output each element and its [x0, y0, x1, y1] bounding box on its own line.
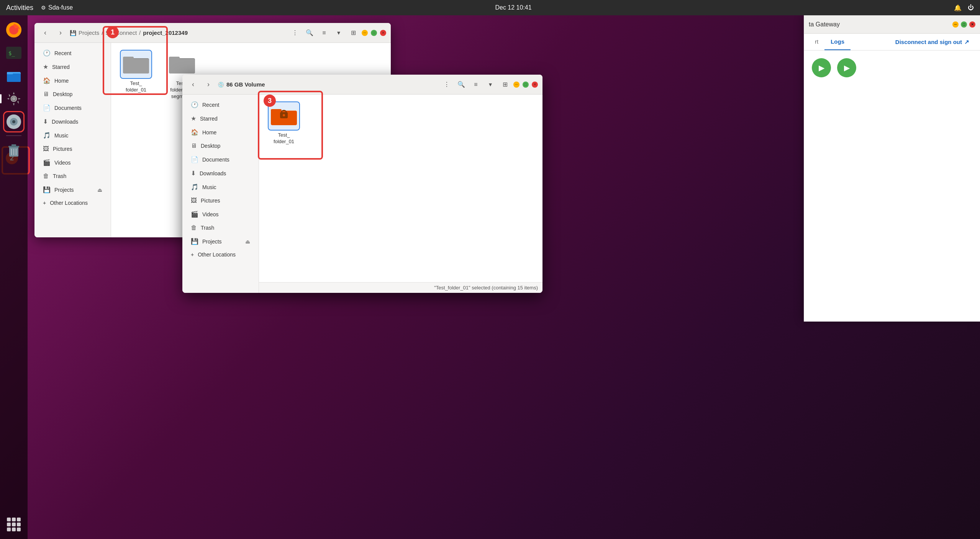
fm1-sidebar-starred[interactable]: ★ Starred [37, 60, 108, 74]
svg-rect-14 [11, 144, 16, 146]
fm1-sidebar-pictures[interactable]: 🖼 Pictures [37, 142, 108, 155]
fm2-sidebar-projects[interactable]: 💾 Projects ⏏ [185, 235, 256, 248]
recent-icon: 🕐 [43, 49, 51, 57]
power-icon[interactable]: ⏻ [968, 4, 974, 11]
fm1-sidebar-videos[interactable]: 🎬 Videos [37, 156, 108, 169]
fm1-sidebar-desktop-label: Desktop [53, 91, 72, 97]
fm2-close-button[interactable]: ✕ [532, 82, 538, 88]
fm1-sidebar-downloads[interactable]: ⬇ Downloads [37, 115, 108, 128]
projects-disk-icon: 💾 [43, 186, 51, 193]
gateway-titlebar: ta Gateway ─ □ ✕ [804, 15, 980, 34]
fm1-back-button[interactable]: ‹ [39, 27, 51, 39]
gateway-tab-rt[interactable]: rt [809, 34, 824, 50]
videos-icon: 🎬 [43, 159, 51, 166]
fm2-sidebar-documents[interactable]: 📄 Documents [185, 153, 256, 166]
fm2-sidebar: 🕐 Recent ★ Starred 🏠 Home 🖥 Desktop 📄 Do… [182, 95, 259, 293]
gateway-tab-logs[interactable]: Logs [824, 34, 851, 50]
dock-terminal[interactable]: $_ [3, 42, 25, 64]
fm2-sidebar-recent-label: Recent [202, 102, 219, 108]
gateway-disconnect-button[interactable]: Disconnect and sign out ↗ [889, 34, 975, 50]
gateway-close-button[interactable]: ✕ [969, 21, 975, 28]
fm1-path: 💾 Projects / SD-Connect / project_201234… [70, 29, 286, 36]
fm2-menu-button[interactable]: ⋮ [441, 78, 453, 91]
fm2-minimize-button[interactable]: ─ [513, 82, 519, 88]
fm2-star-icon: ★ [191, 115, 196, 122]
fm2-wm-buttons: ─ □ ✕ [513, 82, 538, 88]
fm1-list-view-button[interactable]: ≡ [318, 27, 330, 39]
fm2-body: 🕐 Recent ★ Starred 🏠 Home 🖥 Desktop 📄 Do… [182, 95, 542, 293]
gateway-minimize-button[interactable]: ─ [952, 21, 959, 28]
fm1-toolbar-right: ⋮ 🔍 ≡ ▾ ⊞ ─ □ ✕ [289, 27, 386, 39]
fm2-sidebar-desktop[interactable]: 🖥 Desktop [185, 139, 256, 152]
fm1-sidebar-documents[interactable]: 📄 Documents [37, 101, 108, 114]
fm2-view-toggle-button[interactable]: ▾ [484, 78, 497, 91]
fm2-search-button[interactable]: 🔍 [455, 78, 467, 91]
star-icon: ★ [43, 63, 48, 70]
dock-firefox[interactable] [3, 19, 25, 41]
fm1-sidebar-starred-label: Starred [52, 64, 70, 70]
fm1-sidebar-home[interactable]: 🏠 Home [37, 74, 108, 87]
fm2-sidebar-music[interactable]: 🎵 Music [185, 180, 256, 194]
fm1-sidebar-home-label: Home [54, 78, 69, 84]
fm1-sidebar-music[interactable]: 🎵 Music [37, 129, 108, 142]
fm2-videos-icon: 🎬 [191, 211, 198, 218]
fm1-sidebar-other-locations[interactable]: + Other Locations [37, 197, 108, 209]
fm1-folder-test01[interactable]: Test_folder_01 [119, 51, 153, 93]
fm1-grid-view-button[interactable]: ⊞ [347, 27, 359, 39]
fm1-sidebar-projects-label: Projects [54, 187, 74, 193]
fm1-path-icon: 💾 [70, 30, 76, 36]
fm1-view-toggle-button[interactable]: ▾ [333, 27, 345, 39]
fm1-sidebar-trash[interactable]: 🗑 Trash [37, 170, 108, 183]
fm1-titlebar: ‹ › 💾 Projects / SD-Connect / project_20… [34, 23, 391, 43]
fm2-forward-button[interactable]: › [202, 78, 215, 91]
fm2-sidebar-starred[interactable]: ★ Starred [185, 112, 256, 125]
fm2-projects-disk-icon: 💾 [191, 238, 198, 245]
fm2-sidebar-videos[interactable]: 🎬 Videos [185, 207, 256, 221]
fm2-sidebar-trash[interactable]: 🗑 Trash [185, 221, 256, 234]
fm2-back-button[interactable]: ‹ [187, 78, 199, 91]
fm2-sidebar-recent[interactable]: 🕐 Recent [185, 98, 256, 111]
fm1-menu-button[interactable]: ⋮ [289, 27, 301, 39]
desktop-icon: 🖥 [43, 91, 49, 98]
fm2-list-view-button[interactable]: ≡ [470, 78, 482, 91]
fm1-maximize-button[interactable]: □ [371, 30, 377, 36]
dock-files[interactable] [3, 65, 25, 87]
fm2-sidebar-pictures[interactable]: 🖼 Pictures [185, 194, 256, 207]
fm1-forward-button[interactable]: › [54, 27, 67, 39]
fm2-desktop-icon: 🖥 [191, 142, 197, 149]
fm2-folder-test01[interactable]: Test_folder_01 [267, 102, 301, 145]
fm2-sidebar-videos-label: Videos [202, 211, 219, 217]
dock-show-apps[interactable] [3, 514, 25, 535]
volume-icon[interactable]: 🔔 [954, 4, 962, 11]
gateway-panel: ta Gateway ─ □ ✕ rt Logs Disconnect and … [804, 15, 980, 322]
dock-disk[interactable] [3, 111, 25, 132]
fm2-maximize-button[interactable]: □ [523, 82, 529, 88]
fm2-sidebar-other-locations[interactable]: + Other Locations [185, 248, 256, 261]
fm2-sidebar-home[interactable]: 🏠 Home [185, 126, 256, 139]
dock-settings[interactable] [3, 88, 25, 109]
fm1-minimize-button[interactable]: ─ [362, 30, 368, 36]
fm2-grid-view-button[interactable]: ⊞ [499, 78, 511, 91]
fm1-sidebar-documents-label: Documents [54, 105, 82, 111]
fm1-sidebar-pictures-label: Pictures [53, 146, 72, 152]
pictures-icon: 🖼 [43, 145, 49, 152]
fm2-sidebar-downloads[interactable]: ⬇ Downloads [185, 167, 256, 180]
svg-rect-6 [7, 72, 13, 74]
gateway-maximize-button[interactable]: □ [961, 21, 967, 28]
fm1-sidebar-desktop[interactable]: 🖥 Desktop [37, 88, 108, 101]
dock-trash[interactable] [3, 139, 25, 160]
fm1-sidebar-recent[interactable]: 🕐 Recent [37, 46, 108, 60]
fm1-search-button[interactable]: 🔍 [303, 27, 316, 39]
fm2-eject-icon[interactable]: ⏏ [245, 238, 250, 245]
gateway-title: ta Gateway [809, 21, 949, 28]
eject-icon[interactable]: ⏏ [97, 187, 102, 193]
svg-point-8 [12, 97, 16, 101]
file-manager-2: ‹ › 💿 86 GB Volume ⋮ 🔍 ≡ ▾ ⊞ ─ □ ✕ 🕐 Rec… [182, 75, 542, 293]
fm1-path-projects[interactable]: Projects [79, 29, 99, 36]
fm1-close-button[interactable]: ✕ [380, 30, 386, 36]
fm1-sidebar-projects[interactable]: 💾 Projects ⏏ [37, 183, 108, 196]
activities-button[interactable]: Activities [6, 4, 33, 12]
fm2-home-icon: 🏠 [191, 129, 198, 136]
fm2-other-plus-icon: + [191, 252, 194, 258]
gateway-tabs: rt Logs Disconnect and sign out ↗ [804, 34, 980, 51]
